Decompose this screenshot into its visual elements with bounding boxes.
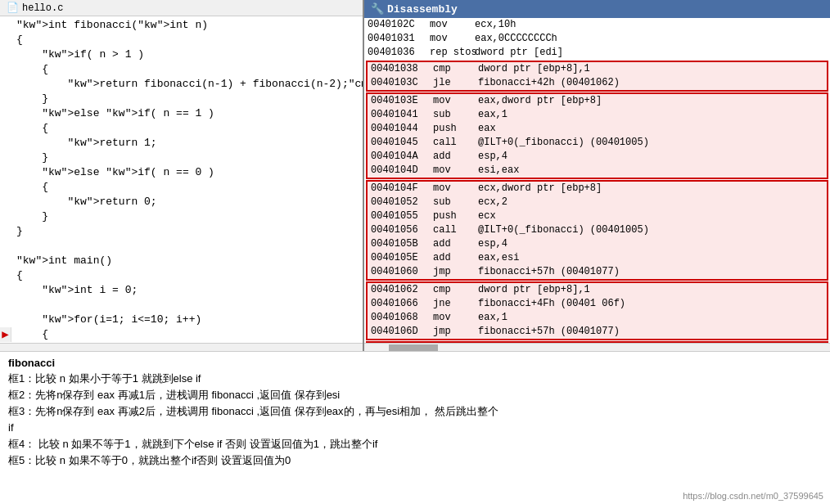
- disasm-operand: esi,eax: [478, 164, 827, 178]
- disasm-row: 0040102Cmovecx,10h: [364, 18, 830, 32]
- line-text: "kw">int fibonacci("kw">int n): [11, 18, 208, 33]
- disasm-row: 00401041subeax,1: [368, 108, 827, 122]
- disasm-addr: 00401066: [368, 297, 433, 311]
- line-text: "kw">else "kw">if( n == 1 ): [11, 106, 214, 121]
- disasm-scroll-thumb: [389, 344, 438, 351]
- line-text: "kw">return 1;: [11, 136, 157, 151]
- line-text: }: [11, 209, 48, 224]
- disasm-row: 00401060jmpfibonacci+57h (00401077): [368, 265, 827, 279]
- line-text: "kw">if( n > 1 ): [11, 47, 144, 62]
- line-text: "kw">for(i=1; i<=10; i++): [11, 313, 201, 327]
- disasm-mnem: mov: [433, 94, 478, 108]
- anno-line: 框1：比较 n 如果小于等于1 就跳到else if: [8, 371, 822, 387]
- disasm-addr: 00401060: [368, 265, 433, 279]
- line-text: "kw">int i = 0;: [11, 283, 138, 298]
- line-text: }: [11, 92, 48, 106]
- disasm-addr: 0040103E: [368, 94, 433, 108]
- disasm-addr: 0040106D: [368, 325, 433, 339]
- disasm-operand: esp,4: [478, 237, 827, 251]
- source-line: {: [0, 180, 363, 195]
- disasm-row: 00401038cmpdword ptr [ebp+8],1: [368, 62, 827, 76]
- disasm-operand: fibonacci+4Fh (00401 06f): [478, 297, 827, 311]
- disasm-operand: ecx,dword ptr [ebp+8]: [478, 182, 827, 196]
- source-tab[interactable]: 📄 hello.c: [0, 0, 363, 16]
- disasm-row: 0040105Eaddeax,esi: [368, 251, 827, 265]
- disasm-mnem: add: [433, 150, 478, 164]
- source-line: "kw">else "kw">if( n == 1 ): [0, 106, 363, 121]
- source-lines: "kw">int fibonacci("kw">int n){ "kw">if(…: [0, 18, 363, 343]
- source-line: printf("fibonacci(%d) = %d\n", i, fibona…: [0, 342, 363, 343]
- source-line: }: [0, 224, 363, 239]
- disasm-scrollbar[interactable]: [364, 343, 830, 351]
- disasm-title: Disassembly: [387, 3, 458, 16]
- line-text: "kw">return 0;: [11, 195, 157, 209]
- disasm-addr: 0040104D: [368, 164, 433, 178]
- disasm-row: 00401031moveax,0CCCCCCCCh: [364, 32, 830, 46]
- disasm-row: 00401044pusheax: [368, 122, 827, 136]
- disasm-mnem: jle: [433, 76, 478, 90]
- line-text: {: [11, 121, 48, 136]
- disasm-operand: eax,dword ptr [ebp+8]: [478, 94, 827, 108]
- disasm-mnem: push: [433, 122, 478, 136]
- disasm-row: 00401066jnefibonacci+4Fh (00401 06f): [368, 297, 827, 311]
- disasm-operand: @ILT+0(_fibonacci) (00401005): [478, 136, 827, 150]
- disasm-mnem: jne: [433, 297, 478, 311]
- disasm-operand: dword ptr [ebp+8],1: [478, 283, 827, 297]
- disasm-operand: dword ptr [ebp+8],1: [478, 62, 827, 76]
- source-line: [0, 298, 363, 313]
- disasm-row: 0040104Aaddesp,4: [368, 150, 827, 164]
- line-text: "kw">return fibonacci(n-1) + fibonacci(n…: [11, 77, 363, 92]
- disasm-addr: 0040105E: [368, 251, 433, 265]
- disasm-addr: 00401055: [368, 209, 433, 223]
- disasm-row: 0040105Baddesp,4: [368, 237, 827, 251]
- source-line: {: [0, 62, 363, 77]
- anno-line: 框4： 比较 n 如果不等于1，就跳到下个else if 否则 设置返回值为1，…: [8, 436, 822, 452]
- line-text: {: [11, 268, 23, 283]
- source-line: }: [0, 151, 363, 165]
- disasm-operand: eax,0CCCCCCCCh: [475, 32, 830, 46]
- disasm-operand: eax,esi: [478, 251, 827, 265]
- disasm-addr: 0040105B: [368, 237, 433, 251]
- disasm-operand: eax: [478, 122, 827, 136]
- disasm-addr: 00401056: [368, 223, 433, 237]
- source-scrollbar[interactable]: [0, 343, 363, 351]
- disasm-addr: 00401041: [368, 108, 433, 122]
- disasm-row: 0040103Cjlefibonacci+42h (00401062): [368, 76, 827, 90]
- source-line: "kw">else "kw">if( n == 0 ): [0, 165, 363, 180]
- disasm-row: 00401055pushecx: [368, 209, 827, 223]
- line-text: {: [11, 62, 48, 77]
- line-text: "kw">int main(): [11, 254, 112, 268]
- line-text: {: [11, 327, 48, 342]
- disasm-mnem: push: [433, 209, 478, 223]
- disasm-mnem: mov: [433, 182, 478, 196]
- disasm-operand: eax,1: [478, 311, 827, 325]
- line-text: {: [11, 180, 48, 195]
- disasm-mnem: mov: [433, 311, 478, 325]
- top-panel: 📄 hello.c "kw">int fibonacci("kw">int n)…: [0, 0, 830, 352]
- disasm-row: 00401068moveax,1: [368, 311, 827, 325]
- anno-line: 框5：比较 n 如果不等于0，就跳出整个if否则 设置返回值为0: [8, 452, 822, 469]
- bottom-panel: fibonacci 框1：比较 n 如果小于等于1 就跳到else if框2：先…: [0, 352, 830, 504]
- disasm-panel: 🔧 Disassembly 0040102Cmovecx,10h00401031…: [364, 0, 830, 351]
- disasm-row: 00401052subecx,2: [368, 196, 827, 209]
- line-text: {: [11, 33, 23, 47]
- source-line: {: [0, 33, 363, 47]
- disasm-addr: 0040103C: [368, 76, 433, 90]
- source-line: ▶ {: [0, 327, 363, 342]
- disasm-operand: ecx: [478, 209, 827, 223]
- disasm-mnem: jmp: [433, 325, 478, 339]
- disasm-mnem: cmp: [433, 283, 478, 297]
- disasm-operand: fibonacci+57h (00401077): [478, 325, 827, 339]
- line-text: printf("fibonacci(%d) = %d\n", i, fibona…: [11, 342, 363, 343]
- disasm-icon: 🔧: [371, 2, 384, 16]
- disasm-row: 0040104Fmovecx,dword ptr [ebp+8]: [368, 182, 827, 196]
- disasm-addr: 0040104A: [368, 150, 433, 164]
- disasm-box-group: 00401038cmpdword ptr [ebp+8],10040103Cjl…: [366, 61, 828, 92]
- source-content: "kw">int fibonacci("kw">int n){ "kw">if(…: [0, 16, 363, 343]
- arrow-marker: ▶: [2, 327, 8, 342]
- disasm-addr: 00401044: [368, 122, 433, 136]
- disasm-addr: 00401068: [368, 311, 433, 325]
- disasm-row: 0040103Emoveax,dword ptr [ebp+8]: [368, 94, 827, 108]
- file-icon: 📄: [7, 2, 19, 14]
- source-line: "kw">for(i=1; i<=10; i++): [0, 313, 363, 327]
